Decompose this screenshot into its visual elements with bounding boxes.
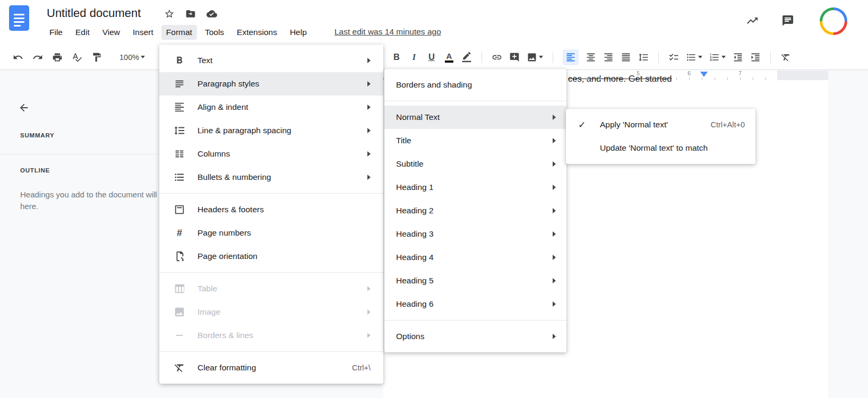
open-comments-button[interactable] <box>781 14 794 27</box>
menu-item-columns[interactable]: Columns <box>159 142 383 166</box>
italic-button[interactable]: I <box>409 52 419 63</box>
highlight-color-button[interactable] <box>461 52 472 63</box>
menu-item-borders-and-shading[interactable]: Borders and shading <box>384 73 566 97</box>
line-spacing-button[interactable] <box>638 52 649 63</box>
document-title[interactable]: Untitled document <box>47 6 141 20</box>
move-folder-icon <box>185 8 196 19</box>
menu-item-heading-4[interactable]: Heading 4 <box>384 246 566 269</box>
last-edit-link[interactable]: Last edit was 14 minutes ago <box>334 27 441 37</box>
chevron-down-icon <box>539 56 543 58</box>
format-menu: Text Paragraph styles Align & indent Lin… <box>159 45 383 384</box>
menu-item-heading-3[interactable]: Heading 3 <box>384 222 566 246</box>
print-icon <box>52 52 63 63</box>
add-comment-button[interactable] <box>509 52 520 63</box>
menu-divider <box>384 320 566 321</box>
decrease-indent-button[interactable] <box>733 52 743 63</box>
checklist-button[interactable] <box>668 52 679 63</box>
menu-help[interactable]: Help <box>285 25 312 40</box>
menu-file[interactable]: File <box>45 25 67 40</box>
paragraph-styles-icon <box>174 78 185 90</box>
ruler-number: 5 <box>637 71 640 76</box>
logo-line <box>14 18 24 19</box>
spellcheck-icon <box>72 52 82 63</box>
underline-button[interactable]: U <box>426 52 437 62</box>
spellcheck-button[interactable] <box>72 52 82 63</box>
insert-link-button[interactable] <box>492 52 502 63</box>
justify-icon <box>621 52 631 63</box>
increase-indent-button[interactable] <box>750 52 761 63</box>
menu-item-heading-1[interactable]: Heading 1 <box>384 176 566 199</box>
align-left-button[interactable] <box>563 49 579 65</box>
right-indent-marker[interactable] <box>700 72 708 77</box>
submenu-arrow-icon <box>553 138 556 143</box>
menu-format[interactable]: Format <box>161 25 197 40</box>
bulleted-list-button[interactable] <box>686 52 702 63</box>
submenu-arrow-icon <box>367 286 371 291</box>
highlighter-icon <box>461 52 472 63</box>
redo-button[interactable] <box>32 52 43 63</box>
redo-icon <box>32 52 43 63</box>
shortcut-label: Ctrl+Alt+0 <box>711 120 745 129</box>
align-center-icon <box>586 52 596 63</box>
submenu-arrow-icon <box>553 278 556 283</box>
menu-item-line-spacing[interactable]: Line & paragraph spacing <box>159 119 383 142</box>
zoom-select[interactable]: 100% <box>119 53 145 62</box>
menu-item-headers-footers[interactable]: Headers & footers <box>159 198 383 221</box>
menu-item-clear-formatting[interactable]: Clear formatting Ctrl+\ <box>159 356 383 379</box>
decrease-indent-icon <box>733 52 743 63</box>
line-spacing-icon <box>638 52 649 63</box>
menu-item-heading-6[interactable]: Heading 6 <box>384 292 566 316</box>
menu-item-bullets-numbering[interactable]: Bullets & numbering <box>159 166 383 189</box>
menu-tools[interactable]: Tools <box>200 25 229 40</box>
page-orientation-icon <box>174 250 185 262</box>
insert-image-button[interactable] <box>527 52 543 63</box>
page-numbers-icon: # <box>177 228 182 238</box>
app-header: Untitled document File Edit View Insert … <box>0 0 868 45</box>
menu-item-align-indent[interactable]: Align & indent <box>159 96 383 119</box>
table-icon <box>174 283 185 295</box>
avatar[interactable] <box>820 7 847 35</box>
star-button[interactable] <box>164 8 175 19</box>
comments-icon <box>781 14 794 27</box>
menu-view[interactable]: View <box>98 25 125 40</box>
move-button[interactable] <box>185 8 196 19</box>
paint-format-button[interactable] <box>91 52 102 63</box>
clear-formatting-button[interactable] <box>780 52 791 63</box>
menu-item-options[interactable]: Options <box>384 325 566 348</box>
close-outline-button[interactable] <box>18 102 30 114</box>
align-center-button[interactable] <box>586 52 596 63</box>
checkmark-icon: ✓ <box>575 119 588 131</box>
bold-button[interactable]: B <box>391 52 402 62</box>
menu-item-apply-normal-text[interactable]: ✓ Apply 'Normal text' Ctrl+Alt+0 <box>566 113 755 136</box>
submenu-arrow-icon <box>553 301 556 307</box>
increase-indent-icon <box>750 52 761 63</box>
document-status-button[interactable] <box>207 8 217 19</box>
undo-button[interactable] <box>13 52 23 63</box>
menu-item-text[interactable]: Text <box>159 49 383 72</box>
normal-text-menu: ✓ Apply 'Normal text' Ctrl+Alt+0 Update … <box>566 109 755 164</box>
menu-item-heading-5[interactable]: Heading 5 <box>384 269 566 292</box>
print-button[interactable] <box>52 52 63 63</box>
menu-item-normal-text[interactable]: Normal Text <box>384 106 566 129</box>
menu-insert[interactable]: Insert <box>128 25 158 40</box>
menu-item-page-numbers[interactable]: # Page numbers <box>159 221 383 245</box>
menu-edit[interactable]: Edit <box>71 25 94 40</box>
menu-item-page-orientation[interactable]: Page orientation <box>159 245 383 268</box>
activity-button[interactable] <box>746 14 759 27</box>
text-color-button[interactable]: A <box>444 52 454 63</box>
menu-item-paragraph-styles[interactable]: Paragraph styles <box>159 72 383 96</box>
align-right-icon <box>603 52 614 63</box>
menu-item-update-normal-text[interactable]: Update 'Normal text' to match <box>566 136 755 160</box>
menu-item-subtitle[interactable]: Subtitle <box>384 152 566 176</box>
numbered-list-button[interactable] <box>709 52 726 63</box>
menu-divider <box>159 351 383 352</box>
docs-logo[interactable] <box>9 5 29 31</box>
menu-divider <box>159 272 383 273</box>
align-right-button[interactable] <box>603 52 614 63</box>
menu-extensions[interactable]: Extensions <box>232 25 282 40</box>
justify-button[interactable] <box>621 52 631 63</box>
submenu-arrow-icon <box>553 208 556 213</box>
menu-item-table: Table <box>159 277 383 300</box>
menu-item-title[interactable]: Title <box>384 129 566 152</box>
menu-item-heading-2[interactable]: Heading 2 <box>384 199 566 222</box>
